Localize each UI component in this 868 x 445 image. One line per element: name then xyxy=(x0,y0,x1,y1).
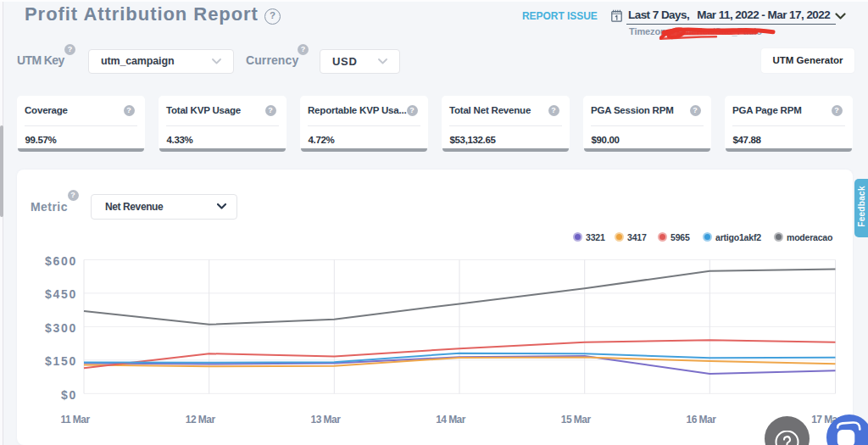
svg-text:$300: $300 xyxy=(45,321,77,335)
svg-text:12 Mar: 12 Mar xyxy=(186,414,216,426)
svg-text:14 Mar: 14 Mar xyxy=(436,414,466,426)
svg-text:15 Mar: 15 Mar xyxy=(561,414,592,426)
svg-text:$600: $600 xyxy=(45,254,77,268)
svg-text:$0: $0 xyxy=(61,388,77,402)
svg-text:$150: $150 xyxy=(45,354,77,368)
svg-text:16 Mar: 16 Mar xyxy=(687,414,717,426)
svg-text:$450: $450 xyxy=(45,287,77,301)
svg-text:13 Mar: 13 Mar xyxy=(311,414,342,426)
svg-text:11 Mar: 11 Mar xyxy=(60,414,90,426)
